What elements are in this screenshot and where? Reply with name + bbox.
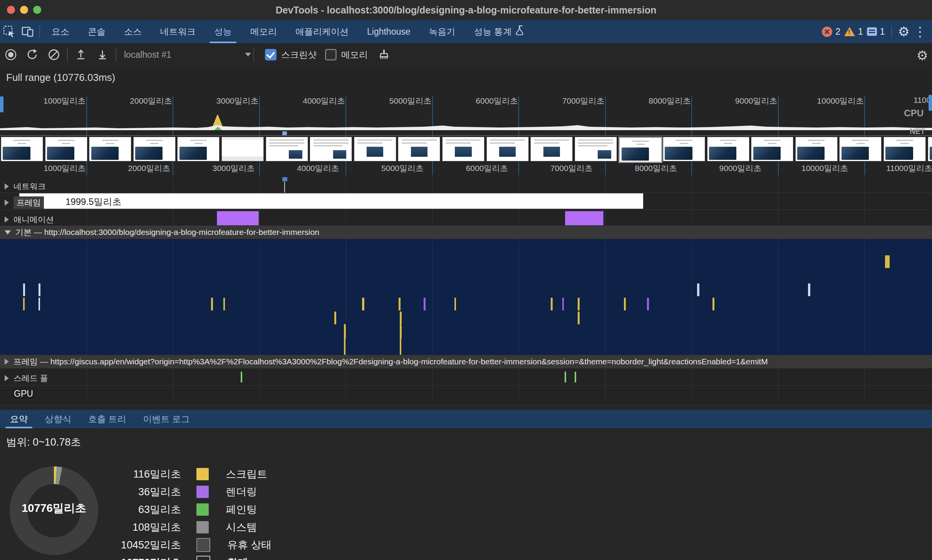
details-tab-이벤트 로그[interactable]: 이벤트 로그: [134, 410, 198, 428]
details-tab-상향식[interactable]: 상향식: [36, 410, 80, 428]
ruler-tick-label: 4000밀리초: [297, 163, 339, 174]
collapse-arrow-icon[interactable]: [5, 230, 11, 235]
clear-recording-button[interactable]: [43, 45, 65, 65]
filmstrip-screenshot[interactable]: [45, 137, 87, 161]
capture-settings-gear-icon[interactable]: ⚙: [917, 48, 928, 63]
garbage-collect-icon[interactable]: [373, 45, 395, 65]
tab-성능[interactable]: 성능: [205, 20, 241, 43]
filmstrip-screenshot[interactable]: [707, 137, 749, 161]
legend-swatch: [196, 468, 209, 480]
warning-count: 1: [858, 27, 863, 37]
track-frames[interactable]: 프레임: [5, 196, 44, 209]
track-iframe-header[interactable]: 프레임 — https://giscus.app/en/widget?origi…: [0, 355, 932, 369]
gridline: [691, 176, 692, 225]
issues-badge[interactable]: 1: [867, 27, 885, 37]
expand-arrow-icon[interactable]: [5, 183, 9, 189]
animation-bar[interactable]: [217, 211, 259, 226]
details-tab-호출 트리[interactable]: 호출 트리: [80, 410, 134, 428]
range-label: 범위: 0~10.78초: [6, 435, 81, 449]
filmstrip-screenshot[interactable]: [619, 137, 662, 163]
details-tabbar: 요약상향식호출 트리이벤트 로그: [0, 410, 932, 428]
net-divider: [0, 135, 932, 136]
filmstrip-screenshot[interactable]: [133, 137, 176, 161]
expand-arrow-icon[interactable]: [5, 216, 9, 223]
track-animations-label: 애니메이션: [13, 214, 54, 225]
flask-icon: [512, 25, 526, 38]
tab-콘솔[interactable]: 콘솔: [79, 20, 115, 43]
message-icon: [867, 27, 877, 36]
filmstrip-screenshot[interactable]: [575, 137, 617, 161]
memory-checkbox[interactable]: [325, 49, 337, 60]
filmstrip-screenshot[interactable]: [1, 137, 43, 161]
track-network[interactable]: 네트워크: [5, 181, 46, 192]
expand-arrow-icon[interactable]: [5, 200, 9, 206]
tracks-area[interactable]: 네트워크 1999.5밀리초 프레임 애니메이션 기본 — http://loc…: [0, 176, 932, 403]
track-animations[interactable]: 애니메이션: [5, 214, 54, 225]
tab-녹음기[interactable]: 녹음기: [420, 20, 465, 43]
details-tab-label: 요약: [10, 413, 28, 425]
flame-segment: [578, 298, 580, 310]
tab-Lighthouse[interactable]: Lighthouse: [358, 20, 420, 43]
save-profile-icon[interactable]: [92, 45, 113, 65]
flame-segment: [523, 255, 649, 268]
details-tab-요약[interactable]: 요약: [2, 410, 36, 428]
filmstrip-screenshot[interactable]: [663, 137, 705, 161]
message-count: 1: [880, 27, 885, 37]
expand-arrow-icon[interactable]: [5, 375, 9, 381]
expand-arrow-icon[interactable]: [5, 359, 9, 365]
settings-gear-icon[interactable]: ⚙: [898, 25, 910, 38]
legend-row: 36밀리초렌더링: [58, 484, 257, 500]
tab-label: 녹음기: [429, 26, 456, 38]
flame-segment: [211, 298, 213, 310]
reload-and-record-button[interactable]: [22, 45, 43, 65]
tab-label: 성능: [214, 26, 232, 38]
tab-성능 통계[interactable]: 성능 통계: [465, 20, 535, 43]
filmstrip-screenshot[interactable]: [928, 137, 932, 161]
device-toolbar-icon[interactable]: [18, 22, 37, 41]
tab-메모리[interactable]: 메모리: [241, 20, 286, 43]
history-dropdown[interactable]: localhost #1: [124, 50, 251, 60]
flame-segment: [277, 325, 316, 338]
animation-bar[interactable]: [565, 211, 603, 226]
filmstrip-screenshot[interactable]: [839, 137, 882, 161]
filmstrip-screenshot[interactable]: [795, 137, 838, 161]
filmstrip-screenshot[interactable]: [310, 137, 352, 161]
record-button[interactable]: [0, 45, 22, 65]
tab-소스[interactable]: 소스: [115, 20, 151, 43]
flame-segment: [657, 255, 859, 268]
screenshots-checkbox[interactable]: [265, 49, 277, 60]
range-handle-right[interactable]: [929, 95, 932, 111]
inspect-element-icon[interactable]: [0, 22, 18, 41]
track-thread-pool[interactable]: 스레드 풀: [5, 373, 48, 384]
flame-segment: [23, 298, 25, 310]
dropped-frame-gap: [414, 194, 427, 208]
console-errors-badge[interactable]: 2: [822, 27, 840, 37]
thread-pool-task: [575, 372, 576, 382]
main-thread-flame-chart[interactable]: [0, 239, 932, 355]
console-warnings-badge[interactable]: 1: [844, 27, 863, 37]
filmstrip-screenshot[interactable]: [354, 137, 396, 161]
flame-segment: [251, 269, 334, 282]
flame-segment: [632, 283, 655, 296]
filmstrip-screenshot[interactable]: [883, 137, 926, 161]
more-options-kebab-icon[interactable]: ⋮: [914, 25, 927, 38]
flame-segment: [657, 241, 870, 254]
filmstrip-screenshot[interactable]: [751, 137, 793, 161]
filmstrip-screenshot[interactable]: [266, 137, 308, 161]
filmstrip-screenshot[interactable]: [398, 137, 440, 161]
tab-애플리케이션[interactable]: 애플리케이션: [286, 20, 358, 43]
range-handle-left[interactable]: [0, 96, 3, 112]
tab-요소[interactable]: 요소: [42, 20, 79, 43]
track-main-thread-header[interactable]: 기본 — http://localhost:3000/blog/designin…: [0, 225, 932, 239]
tab-label: 네트워크: [160, 26, 196, 38]
load-profile-icon[interactable]: [70, 45, 92, 65]
flame-segment: [33, 255, 334, 268]
filmstrip-screenshot[interactable]: [221, 137, 264, 161]
filmstrip-screenshot[interactable]: [530, 137, 573, 161]
filmstrip-screenshot[interactable]: [177, 137, 220, 161]
details-tab-label: 이벤트 로그: [143, 413, 189, 425]
filmstrip-screenshot[interactable]: [89, 137, 131, 161]
filmstrip-screenshot[interactable]: [486, 137, 529, 161]
tab-네트워크[interactable]: 네트워크: [151, 20, 205, 43]
filmstrip-screenshot[interactable]: [442, 137, 484, 161]
